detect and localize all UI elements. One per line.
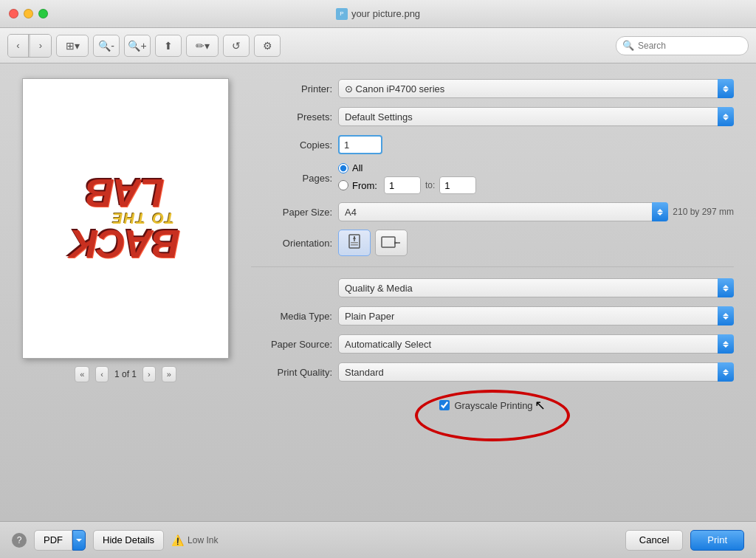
low-ink-warning: ⚠️ Low Ink bbox=[171, 534, 218, 546]
hide-details-button[interactable]: Hide Details bbox=[93, 530, 164, 551]
pages-radio-group: All From: to: bbox=[338, 162, 476, 194]
presets-label: Presets: bbox=[251, 111, 332, 123]
artwork: BACK TO THE LAB bbox=[71, 79, 180, 358]
printer-label: Printer: bbox=[251, 83, 332, 94]
copies-control bbox=[338, 135, 734, 154]
svg-rect-5 bbox=[382, 237, 395, 247]
nav-buttons: ‹ › bbox=[7, 34, 52, 58]
preview-panel: BACK TO THE LAB « ‹ 1 of 1 › » bbox=[22, 78, 229, 506]
circle-annotation bbox=[415, 390, 570, 441]
presets-select[interactable]: Default Settings bbox=[338, 107, 734, 126]
close-button[interactable] bbox=[9, 9, 18, 18]
copies-row: Copies: bbox=[251, 134, 734, 155]
help-button[interactable]: ? bbox=[12, 533, 27, 548]
back-button[interactable]: ‹ bbox=[8, 35, 29, 57]
paper-size-row: Paper Size: A4 210 by 297 mm bbox=[251, 202, 734, 222]
landscape-button[interactable] bbox=[375, 230, 408, 256]
pdf-dropdown-button[interactable] bbox=[72, 530, 86, 551]
pages-row: Pages: All From: to: bbox=[251, 162, 734, 194]
orientation-row: Orientation: bbox=[251, 230, 734, 256]
paper-source-label: Paper Source: bbox=[251, 339, 332, 350]
printer-select-wrapper: ⊙ Canon iP4700 series bbox=[338, 79, 734, 98]
annotate-button[interactable]: ✏▾ bbox=[186, 35, 219, 57]
zoom-out-button[interactable]: 🔍- bbox=[93, 35, 120, 57]
copies-input[interactable] bbox=[338, 135, 382, 154]
window-title: P your picture.png bbox=[336, 8, 420, 20]
first-page-button[interactable]: « bbox=[75, 366, 89, 382]
paper-size-select[interactable]: A4 bbox=[338, 202, 668, 221]
printer-control: ⊙ Canon iP4700 series bbox=[338, 79, 734, 98]
section-select[interactable]: Quality & Media bbox=[338, 278, 734, 297]
orientation-label: Orientation: bbox=[251, 238, 332, 249]
pages-range-radio[interactable] bbox=[338, 180, 348, 190]
media-type-label: Media Type: bbox=[251, 311, 332, 322]
portrait-button[interactable] bbox=[338, 230, 371, 256]
share-button[interactable]: ⬆ bbox=[155, 35, 182, 57]
cursor-indicator: ↖ bbox=[535, 397, 546, 413]
cancel-button[interactable]: Cancel bbox=[625, 530, 683, 551]
search-icon: 🔍 bbox=[622, 40, 634, 51]
last-page-button[interactable]: » bbox=[162, 366, 176, 382]
pages-range-row: From: to: bbox=[338, 176, 476, 194]
pdf-button[interactable]: PDF bbox=[34, 530, 72, 551]
zoom-in-button[interactable]: 🔍+ bbox=[124, 35, 151, 57]
main-content: BACK TO THE LAB « ‹ 1 of 1 › » Printer: bbox=[0, 63, 756, 521]
art-lab-text: LAB bbox=[87, 175, 165, 211]
minimize-button[interactable] bbox=[24, 9, 33, 18]
next-page-button[interactable]: › bbox=[142, 366, 156, 382]
page-info: 1 of 1 bbox=[114, 369, 137, 379]
media-type-select[interactable]: Plain Paper bbox=[338, 306, 734, 326]
pages-to-input[interactable] bbox=[439, 176, 476, 194]
paper-source-select[interactable]: Automatically Select bbox=[338, 334, 734, 354]
pages-all-radio[interactable] bbox=[338, 163, 348, 173]
maximize-button[interactable] bbox=[38, 9, 48, 18]
print-quality-select[interactable]: Standard bbox=[338, 362, 734, 382]
media-type-row: Media Type: Plain Paper bbox=[251, 306, 734, 326]
printer-row: Printer: ⊙ Canon iP4700 series bbox=[251, 78, 734, 99]
pages-range-inputs: to: bbox=[384, 176, 476, 194]
printer-select[interactable]: ⊙ Canon iP4700 series bbox=[338, 79, 734, 98]
preview-nav: « ‹ 1 of 1 › » bbox=[75, 366, 176, 382]
pages-all-label: All bbox=[352, 162, 362, 173]
section-select-wrapper: Quality & Media bbox=[338, 278, 734, 297]
pages-from-input[interactable] bbox=[384, 176, 421, 194]
media-type-select-wrapper: Plain Paper bbox=[338, 306, 734, 326]
paper-dims: 210 by 297 mm bbox=[673, 207, 734, 217]
portrait-icon bbox=[347, 234, 362, 252]
paper-size-label: Paper Size: bbox=[251, 207, 332, 218]
grayscale-row: Grayscale Printing ↖ bbox=[251, 397, 734, 413]
paper-source-control: Automatically Select bbox=[338, 334, 734, 354]
pdf-button-group: PDF bbox=[34, 530, 86, 551]
print-quality-control: Standard bbox=[338, 362, 734, 382]
presets-control: Default Settings bbox=[338, 107, 734, 126]
search-input[interactable] bbox=[638, 41, 742, 51]
art-back-text: BACK bbox=[71, 226, 180, 262]
tools-button[interactable]: ⚙ bbox=[254, 35, 281, 57]
settings-panel: Printer: ⊙ Canon iP4700 series Pre bbox=[251, 78, 734, 506]
toolbar: ‹ › ⊞▾ 🔍- 🔍+ ⬆ ✏▾ ↺ ⚙ 🔍 bbox=[0, 28, 756, 63]
rotate-button[interactable]: ↺ bbox=[223, 35, 250, 57]
landscape-icon bbox=[381, 235, 402, 250]
file-icon: P bbox=[336, 8, 348, 20]
print-quality-label: Print Quality: bbox=[251, 367, 332, 378]
forward-button[interactable]: › bbox=[30, 35, 51, 57]
bottom-bar: ? PDF Hide Details ⚠️ Low Ink Cancel Pri… bbox=[0, 521, 756, 558]
grayscale-label[interactable]: Grayscale Printing bbox=[439, 400, 532, 411]
print-button[interactable]: Print bbox=[690, 530, 744, 551]
pages-all-row: All bbox=[338, 162, 476, 173]
prev-page-button[interactable]: ‹ bbox=[95, 366, 109, 382]
copies-label: Copies: bbox=[251, 140, 332, 151]
svg-rect-4 bbox=[351, 244, 358, 246]
print-quality-row: Print Quality: Standard bbox=[251, 362, 734, 382]
svg-rect-3 bbox=[351, 242, 358, 244]
print-quality-select-wrapper: Standard bbox=[338, 362, 734, 382]
grayscale-checkbox[interactable] bbox=[439, 400, 450, 410]
paper-source-row: Paper Source: Automatically Select bbox=[251, 334, 734, 354]
paper-size-control: A4 210 by 297 mm bbox=[338, 202, 734, 221]
view-toggle-button[interactable]: ⊞▾ bbox=[56, 35, 89, 57]
presets-select-wrapper: Default Settings bbox=[338, 107, 734, 126]
pages-label: Pages: bbox=[251, 173, 332, 184]
paper-source-select-wrapper: Automatically Select bbox=[338, 334, 734, 354]
search-box[interactable]: 🔍 bbox=[616, 36, 749, 55]
pages-control: All From: to: bbox=[338, 162, 734, 194]
